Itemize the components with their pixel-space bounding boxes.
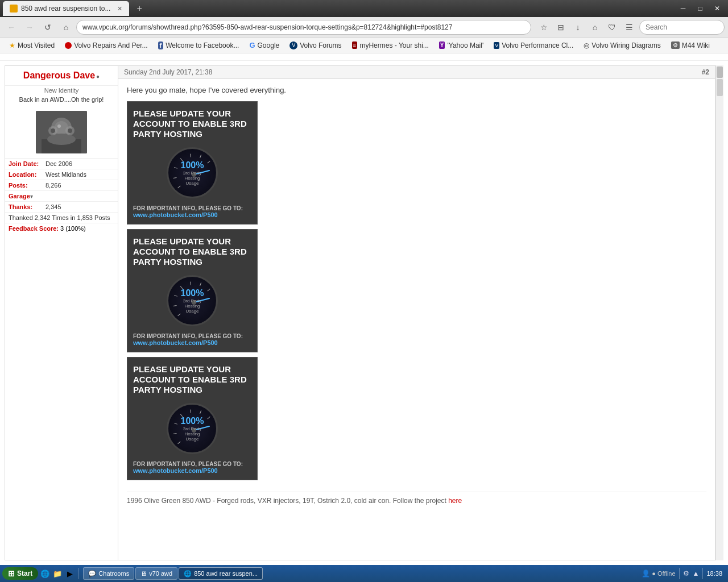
- post-header: Sunday 2nd July 2017, 21:38 #2: [118, 66, 715, 79]
- pb-top-3: PLEASE UPDATE YOUR ACCOUNT TO ENABLE 3RD…: [127, 357, 257, 398]
- download-button[interactable]: ↓: [570, 19, 586, 35]
- back-button[interactable]: ←: [3, 19, 19, 35]
- minimize-button[interactable]: ─: [675, 3, 691, 14]
- svg-line-11: [173, 177, 177, 178]
- bookmark-m44[interactable]: ⚙ M44 Wiki: [667, 40, 714, 51]
- tray-settings-icon[interactable]: ⚙: [683, 569, 689, 577]
- search-input[interactable]: [639, 20, 725, 35]
- taskbar-v70[interactable]: 🖥 v70 awd: [135, 567, 177, 580]
- svg-line-14: [191, 154, 191, 157]
- taskbar-850thread[interactable]: 🌐 850 awd rear suspen...: [179, 567, 263, 580]
- posts-label: Posts:: [9, 182, 46, 189]
- svg-line-33: [200, 410, 201, 414]
- close-button[interactable]: ✕: [709, 3, 725, 14]
- stat-join-date: Join Date: Dec 2006: [5, 159, 118, 169]
- home-button[interactable]: ⌂: [58, 19, 74, 35]
- bookmark-yahoo[interactable]: Y 'Yahoo Mail': [435, 40, 488, 51]
- thanks-value: 2,345: [46, 203, 61, 210]
- browser-tab[interactable]: 850 awd rear suspension to... ✕: [3, 1, 129, 16]
- forward-button[interactable]: →: [22, 19, 38, 35]
- bookmark-volvo-repairs[interactable]: Volvo Repairs And Per...: [60, 40, 152, 51]
- bookmark-manage-button[interactable]: ⊟: [553, 19, 569, 35]
- bookmark-volvo-wiring[interactable]: ◎ Volvo Wiring Diagrams: [579, 40, 665, 51]
- pb-info-text-2: FOR IMPORTANT INFO, PLEASE GO TO:: [133, 333, 251, 339]
- bookmark-most-visited[interactable]: ★ Most Visited: [5, 40, 59, 51]
- menu-button[interactable]: ☰: [621, 19, 637, 35]
- user-stats: Join Date: Dec 2006 Location: West Midla…: [5, 158, 118, 234]
- pb-top-2: PLEASE UPDATE YOUR ACCOUNT TO ENABLE 3RD…: [127, 230, 257, 271]
- svg-point-36: [192, 428, 196, 433]
- taskbar-chatrooms[interactable]: 💬 Chatrooms: [83, 567, 134, 580]
- svg-line-28: [178, 442, 181, 444]
- svg-line-25: [208, 289, 210, 291]
- svg-line-21: [174, 295, 177, 296]
- photobucket-image-1: PLEASE UPDATE YOUR ACCOUNT TO ENABLE 3RD…: [127, 101, 258, 225]
- gauge-svg-1: [168, 149, 218, 198]
- svg-point-27: [192, 300, 196, 305]
- m44-icon: ⚙: [671, 41, 680, 49]
- pb-info-link-2[interactable]: www.photobucket.com/P500: [133, 339, 251, 346]
- user-sidebar: Dangerous Dave● New Identity Back in an …: [5, 65, 118, 560]
- stat-garage: Garage▾: [5, 191, 118, 202]
- scroll-thumb[interactable]: [717, 79, 723, 96]
- url-bar[interactable]: [76, 20, 531, 35]
- svg-line-29: [173, 433, 177, 434]
- post-signature: 1996 Olive Green 850 AWD - Forged rods, …: [127, 492, 706, 505]
- location-label: Location:: [9, 171, 46, 178]
- shield-button[interactable]: 🛡: [604, 19, 620, 35]
- pb-bottom-1: FOR IMPORTANT INFO, PLEASE GO TO: www.ph…: [127, 203, 257, 224]
- location-value: West Midlands: [46, 171, 86, 178]
- bookmark-volvo-forums[interactable]: V Volvo Forums: [285, 40, 346, 51]
- tray-people-icon[interactable]: 👤: [642, 569, 650, 577]
- thread-header: [0, 53, 728, 61]
- bookmark-volvo-perf[interactable]: V Volvo Performance Cl...: [489, 40, 578, 51]
- home-nav-button[interactable]: ⌂: [587, 19, 603, 35]
- tab-favicon: [10, 5, 18, 13]
- v70-label: v70 awd: [149, 570, 172, 577]
- tab-title: 850 awd rear suspension to...: [21, 5, 110, 13]
- svg-line-30: [174, 423, 177, 424]
- bookmark-facebook[interactable]: f Welcome to Facebook...: [154, 40, 244, 51]
- scrollbar[interactable]: [715, 65, 723, 560]
- garage-link[interactable]: Garage: [9, 193, 30, 199]
- pb-info-link-3[interactable]: www.photobucket.com/P500: [133, 467, 251, 474]
- garage-arrow-icon: ▾: [30, 193, 33, 199]
- username-link[interactable]: Dangerous Dave: [23, 70, 95, 80]
- bookmark-google[interactable]: G Google: [245, 40, 284, 51]
- pb-title-2: PLEASE UPDATE YOUR ACCOUNT TO ENABLE 3RD…: [133, 236, 251, 267]
- chatrooms-label: Chatrooms: [98, 570, 129, 577]
- bookmark-label: myHermes - Your shi...: [359, 41, 428, 49]
- reload-button[interactable]: ↺: [40, 19, 56, 35]
- scroll-up-button[interactable]: [717, 66, 723, 78]
- tab-close-button[interactable]: ✕: [117, 5, 122, 13]
- svg-line-13: [180, 159, 183, 161]
- stat-thanked: Thanked 2,342 Times in 1,853 Posts: [5, 213, 118, 223]
- svg-line-19: [178, 314, 181, 316]
- pb-info-text-3: FOR IMPORTANT INFO, PLEASE GO TO:: [133, 461, 251, 467]
- pb-info-link-1[interactable]: www.photobucket.com/P500: [133, 211, 251, 218]
- join-date-value: Dec 2006: [46, 160, 72, 167]
- svg-line-26: [194, 298, 209, 302]
- maximize-button[interactable]: □: [692, 3, 708, 14]
- hermes-icon: ≡: [352, 41, 358, 49]
- start-label: Start: [17, 569, 32, 577]
- bookmark-myhermes[interactable]: ≡ myHermes - Your shi...: [348, 40, 433, 51]
- start-button[interactable]: ⊞ Start: [2, 567, 38, 580]
- tray-arrow-icon[interactable]: ▲: [693, 569, 700, 577]
- post-body: Here you go mate, hope I've covered ever…: [118, 79, 715, 512]
- ql-ie-button[interactable]: 🌐: [39, 568, 51, 579]
- bookmark-star-button[interactable]: ☆: [536, 19, 552, 35]
- ql-media-button[interactable]: ▶: [64, 568, 76, 579]
- new-tab-button[interactable]: +: [132, 1, 146, 16]
- pb-gauge-1: 100% 3rd Party Hosting Usage: [127, 143, 257, 203]
- title-bar: 850 awd rear suspension to... ✕ + ─ □ ✕: [0, 0, 728, 17]
- user-title: New Identity: [5, 86, 118, 95]
- pb-title-1: PLEASE UPDATE YOUR ACCOUNT TO ENABLE 3RD…: [133, 109, 251, 139]
- taskbar: ⊞ Start 🌐 📁 ▶ 💬 Chatrooms 🖥 v70 awd 🌐 85…: [0, 565, 728, 582]
- tray-icons: 👤 ● Offline: [642, 569, 675, 577]
- stat-posts: Posts: 8,266: [5, 180, 118, 191]
- pb-info-text-1: FOR IMPORTANT INFO, PLEASE GO TO:: [133, 205, 251, 211]
- ql-folder-button[interactable]: 📁: [52, 568, 63, 579]
- signature-link[interactable]: here: [448, 497, 462, 505]
- pb-gauge-circle-2: 100% 3rd Party Hosting Usage: [167, 275, 218, 326]
